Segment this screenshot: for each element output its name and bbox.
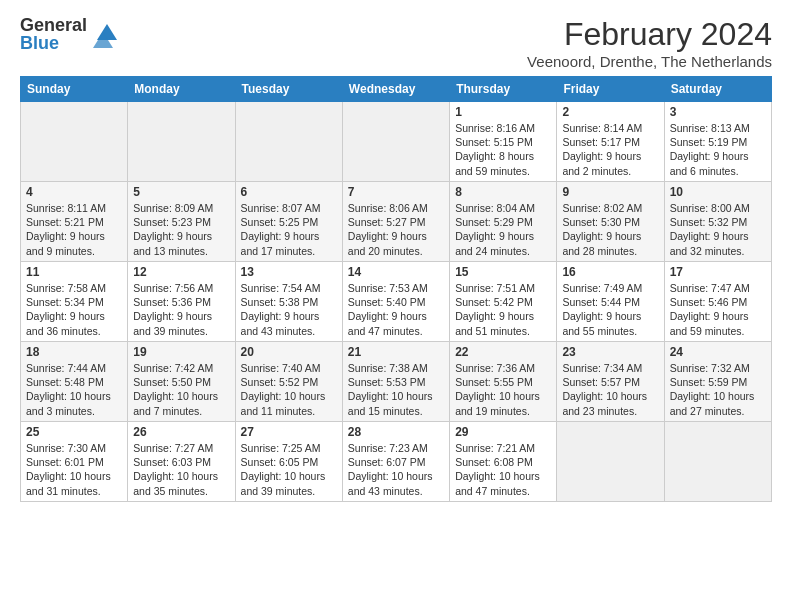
day-number: 23 — [562, 345, 658, 359]
day-cell-14: 14Sunrise: 7:53 AM Sunset: 5:40 PM Dayli… — [342, 262, 449, 342]
day-number: 13 — [241, 265, 337, 279]
day-number: 19 — [133, 345, 229, 359]
day-info: Sunrise: 8:14 AM Sunset: 5:17 PM Dayligh… — [562, 121, 658, 178]
day-cell-2: 2Sunrise: 8:14 AM Sunset: 5:17 PM Daylig… — [557, 102, 664, 182]
day-info: Sunrise: 7:51 AM Sunset: 5:42 PM Dayligh… — [455, 281, 551, 338]
day-cell-23: 23Sunrise: 7:34 AM Sunset: 5:57 PM Dayli… — [557, 342, 664, 422]
day-cell-empty — [557, 422, 664, 502]
day-cell-8: 8Sunrise: 8:04 AM Sunset: 5:29 PM Daylig… — [450, 182, 557, 262]
day-number: 3 — [670, 105, 766, 119]
day-info: Sunrise: 7:56 AM Sunset: 5:36 PM Dayligh… — [133, 281, 229, 338]
day-cell-empty — [128, 102, 235, 182]
week-row-3: 18Sunrise: 7:44 AM Sunset: 5:48 PM Dayli… — [21, 342, 772, 422]
day-cell-4: 4Sunrise: 8:11 AM Sunset: 5:21 PM Daylig… — [21, 182, 128, 262]
header-row: SundayMondayTuesdayWednesdayThursdayFrid… — [21, 77, 772, 102]
day-cell-9: 9Sunrise: 8:02 AM Sunset: 5:30 PM Daylig… — [557, 182, 664, 262]
day-info: Sunrise: 8:13 AM Sunset: 5:19 PM Dayligh… — [670, 121, 766, 178]
day-number: 11 — [26, 265, 122, 279]
day-cell-18: 18Sunrise: 7:44 AM Sunset: 5:48 PM Dayli… — [21, 342, 128, 422]
day-info: Sunrise: 7:27 AM Sunset: 6:03 PM Dayligh… — [133, 441, 229, 498]
day-number: 14 — [348, 265, 444, 279]
day-number: 1 — [455, 105, 551, 119]
day-number: 27 — [241, 425, 337, 439]
day-info: Sunrise: 7:30 AM Sunset: 6:01 PM Dayligh… — [26, 441, 122, 498]
day-cell-12: 12Sunrise: 7:56 AM Sunset: 5:36 PM Dayli… — [128, 262, 235, 342]
day-cell-19: 19Sunrise: 7:42 AM Sunset: 5:50 PM Dayli… — [128, 342, 235, 422]
logo-line1: General — [20, 16, 87, 34]
day-cell-26: 26Sunrise: 7:27 AM Sunset: 6:03 PM Dayli… — [128, 422, 235, 502]
day-cell-10: 10Sunrise: 8:00 AM Sunset: 5:32 PM Dayli… — [664, 182, 771, 262]
day-info: Sunrise: 8:16 AM Sunset: 5:15 PM Dayligh… — [455, 121, 551, 178]
page: General Blue February 2024 Veenoord, Dre… — [0, 0, 792, 612]
week-row-4: 25Sunrise: 7:30 AM Sunset: 6:01 PM Dayli… — [21, 422, 772, 502]
day-number: 16 — [562, 265, 658, 279]
day-cell-11: 11Sunrise: 7:58 AM Sunset: 5:34 PM Dayli… — [21, 262, 128, 342]
day-number: 25 — [26, 425, 122, 439]
header-day-wednesday: Wednesday — [342, 77, 449, 102]
header-day-friday: Friday — [557, 77, 664, 102]
day-info: Sunrise: 8:06 AM Sunset: 5:27 PM Dayligh… — [348, 201, 444, 258]
logo-line2: Blue — [20, 34, 87, 52]
day-info: Sunrise: 8:04 AM Sunset: 5:29 PM Dayligh… — [455, 201, 551, 258]
day-number: 8 — [455, 185, 551, 199]
subtitle: Veenoord, Drenthe, The Netherlands — [527, 53, 772, 70]
day-info: Sunrise: 7:36 AM Sunset: 5:55 PM Dayligh… — [455, 361, 551, 418]
day-info: Sunrise: 7:21 AM Sunset: 6:08 PM Dayligh… — [455, 441, 551, 498]
day-cell-empty — [21, 102, 128, 182]
day-info: Sunrise: 7:54 AM Sunset: 5:38 PM Dayligh… — [241, 281, 337, 338]
day-number: 28 — [348, 425, 444, 439]
day-info: Sunrise: 7:53 AM Sunset: 5:40 PM Dayligh… — [348, 281, 444, 338]
day-cell-5: 5Sunrise: 8:09 AM Sunset: 5:23 PM Daylig… — [128, 182, 235, 262]
day-info: Sunrise: 7:23 AM Sunset: 6:07 PM Dayligh… — [348, 441, 444, 498]
header-day-sunday: Sunday — [21, 77, 128, 102]
day-cell-3: 3Sunrise: 8:13 AM Sunset: 5:19 PM Daylig… — [664, 102, 771, 182]
week-row-0: 1Sunrise: 8:16 AM Sunset: 5:15 PM Daylig… — [21, 102, 772, 182]
header-day-monday: Monday — [128, 77, 235, 102]
day-info: Sunrise: 7:40 AM Sunset: 5:52 PM Dayligh… — [241, 361, 337, 418]
day-number: 20 — [241, 345, 337, 359]
day-cell-20: 20Sunrise: 7:40 AM Sunset: 5:52 PM Dayli… — [235, 342, 342, 422]
day-number: 26 — [133, 425, 229, 439]
day-cell-1: 1Sunrise: 8:16 AM Sunset: 5:15 PM Daylig… — [450, 102, 557, 182]
day-number: 17 — [670, 265, 766, 279]
day-cell-17: 17Sunrise: 7:47 AM Sunset: 5:46 PM Dayli… — [664, 262, 771, 342]
day-number: 9 — [562, 185, 658, 199]
main-title: February 2024 — [527, 16, 772, 53]
day-info: Sunrise: 8:07 AM Sunset: 5:25 PM Dayligh… — [241, 201, 337, 258]
day-number: 29 — [455, 425, 551, 439]
day-info: Sunrise: 7:25 AM Sunset: 6:05 PM Dayligh… — [241, 441, 337, 498]
day-info: Sunrise: 8:09 AM Sunset: 5:23 PM Dayligh… — [133, 201, 229, 258]
day-number: 18 — [26, 345, 122, 359]
day-number: 24 — [670, 345, 766, 359]
logo: General Blue — [20, 16, 121, 52]
day-number: 4 — [26, 185, 122, 199]
calendar-header: SundayMondayTuesdayWednesdayThursdayFrid… — [21, 77, 772, 102]
day-number: 7 — [348, 185, 444, 199]
day-cell-13: 13Sunrise: 7:54 AM Sunset: 5:38 PM Dayli… — [235, 262, 342, 342]
header-day-tuesday: Tuesday — [235, 77, 342, 102]
day-cell-empty — [342, 102, 449, 182]
day-info: Sunrise: 8:00 AM Sunset: 5:32 PM Dayligh… — [670, 201, 766, 258]
day-cell-21: 21Sunrise: 7:38 AM Sunset: 5:53 PM Dayli… — [342, 342, 449, 422]
day-cell-24: 24Sunrise: 7:32 AM Sunset: 5:59 PM Dayli… — [664, 342, 771, 422]
header: General Blue February 2024 Veenoord, Dre… — [20, 16, 772, 70]
day-cell-29: 29Sunrise: 7:21 AM Sunset: 6:08 PM Dayli… — [450, 422, 557, 502]
day-cell-7: 7Sunrise: 8:06 AM Sunset: 5:27 PM Daylig… — [342, 182, 449, 262]
day-info: Sunrise: 7:42 AM Sunset: 5:50 PM Dayligh… — [133, 361, 229, 418]
day-info: Sunrise: 7:58 AM Sunset: 5:34 PM Dayligh… — [26, 281, 122, 338]
day-cell-empty — [664, 422, 771, 502]
day-number: 15 — [455, 265, 551, 279]
day-cell-6: 6Sunrise: 8:07 AM Sunset: 5:25 PM Daylig… — [235, 182, 342, 262]
header-day-saturday: Saturday — [664, 77, 771, 102]
header-day-thursday: Thursday — [450, 77, 557, 102]
day-number: 2 — [562, 105, 658, 119]
day-info: Sunrise: 8:02 AM Sunset: 5:30 PM Dayligh… — [562, 201, 658, 258]
day-number: 12 — [133, 265, 229, 279]
day-info: Sunrise: 7:47 AM Sunset: 5:46 PM Dayligh… — [670, 281, 766, 338]
day-cell-25: 25Sunrise: 7:30 AM Sunset: 6:01 PM Dayli… — [21, 422, 128, 502]
day-info: Sunrise: 7:44 AM Sunset: 5:48 PM Dayligh… — [26, 361, 122, 418]
day-cell-empty — [235, 102, 342, 182]
day-cell-28: 28Sunrise: 7:23 AM Sunset: 6:07 PM Dayli… — [342, 422, 449, 502]
day-info: Sunrise: 7:38 AM Sunset: 5:53 PM Dayligh… — [348, 361, 444, 418]
day-number: 10 — [670, 185, 766, 199]
